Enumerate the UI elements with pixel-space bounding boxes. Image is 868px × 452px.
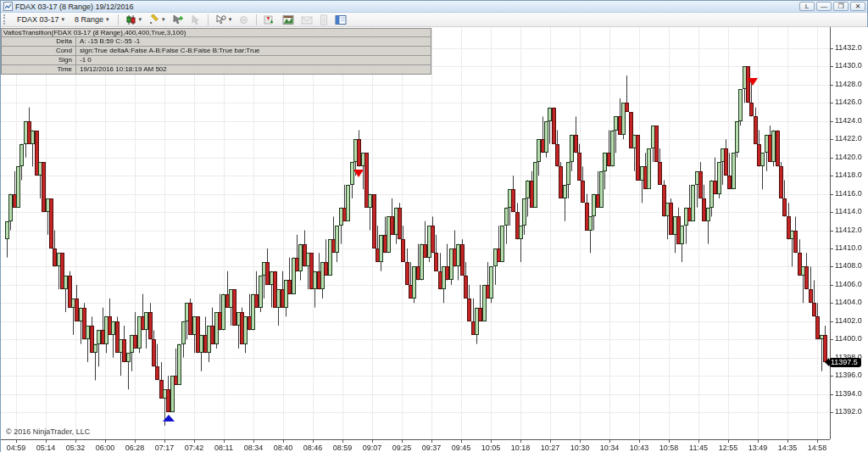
- title-bar[interactable]: FDAX 03-17 (8 Range) 19/12/2016 L — ❐ ✕: [1, 1, 867, 13]
- report-button[interactable]: [317, 13, 331, 27]
- chart-style-button[interactable]: ▾: [123, 13, 145, 27]
- row-value: 19/12/2016 10:18:19 AM 502: [76, 65, 167, 74]
- chart-trader-icon: [335, 14, 347, 25]
- data-box-row: Time 19/12/2016 10:18:19 AM 502: [2, 65, 431, 74]
- instrument-label: FDAX 03-17: [17, 15, 59, 24]
- row-value: -1 0: [76, 56, 92, 64]
- row-label: Cond: [2, 47, 76, 55]
- row-label: Delta: [2, 37, 76, 46]
- copyright-text: © 2016 NinjaTrader, LLC: [6, 427, 90, 436]
- window-title: FDAX 03-17 (8 Range) 19/12/2016: [15, 3, 798, 11]
- chart-window-icon: [3, 2, 13, 11]
- candlestick-icon: [125, 14, 136, 25]
- close-button[interactable]: ✕: [850, 2, 865, 11]
- toolbar-separator: [118, 14, 119, 25]
- chart-trader-button[interactable]: [332, 13, 349, 27]
- instrument-selector[interactable]: FDAX 03-17 ▾: [13, 14, 69, 25]
- toolbar-separator: [256, 14, 257, 25]
- minimize-button[interactable]: —: [816, 2, 832, 11]
- mail-icon: [301, 14, 313, 25]
- pencil-icon: [148, 14, 159, 25]
- cursor-add-button[interactable]: [170, 13, 186, 27]
- link-button[interactable]: L: [799, 2, 815, 11]
- toolbar: FDAX 03-17 ▾ 8 Range ▾ ▾ ▾: [1, 13, 867, 27]
- zoom-cursor-icon: [215, 14, 226, 25]
- pointer-icon: [190, 14, 201, 25]
- data-box-row: Cond sign:True deltaA:False A-B:False C-…: [2, 47, 431, 56]
- data-box-row: Delta A: -15 B:59 C:-55 -1: [2, 37, 431, 47]
- row-value: A: -15 B:59 C:-55 -1: [76, 37, 140, 46]
- chart-area: ValtosTransition(FDAX 03-17 (8 Range),40…: [1, 27, 868, 452]
- last-price-badge: 11397.5: [829, 358, 861, 367]
- data-box-button[interactable]: [261, 13, 278, 27]
- mail-button[interactable]: [298, 13, 315, 27]
- chart-image-icon: [282, 14, 294, 25]
- zoom-out-button[interactable]: [236, 13, 252, 27]
- updown-arrows-icon: [264, 14, 275, 25]
- document-icon: [320, 14, 328, 25]
- row-label: Time: [2, 65, 76, 74]
- chart-window: FDAX 03-17 (8 Range) 19/12/2016 L — ❐ ✕ …: [0, 0, 868, 452]
- chevron-down-icon: ▾: [62, 16, 65, 23]
- toolbar-grip[interactable]: [3, 14, 8, 25]
- restore-button[interactable]: ❐: [833, 2, 849, 11]
- chevron-down-icon: ▾: [162, 16, 165, 23]
- toolbar-separator: [208, 14, 209, 25]
- drawing-tools-button[interactable]: ▾: [146, 13, 168, 27]
- indicator-data-box[interactable]: ValtosTransition(FDAX 03-17 (8 Range),40…: [1, 28, 431, 75]
- pointer-button[interactable]: [187, 13, 203, 27]
- row-label: Sign: [2, 56, 76, 64]
- zoom-out-icon: [238, 14, 249, 25]
- data-box-row: Sign -1 0: [2, 56, 431, 65]
- interval-label: 8 Range: [75, 15, 103, 24]
- chevron-down-icon: ▾: [229, 16, 232, 23]
- cursor-plus-icon: [172, 14, 183, 25]
- zoom-button[interactable]: ▾: [213, 13, 235, 27]
- indicator-name: ValtosTransition(FDAX 03-17 (8 Range),40…: [2, 29, 431, 37]
- row-value: sign:True deltaA:False A-B:False C-B:Fal…: [76, 47, 260, 55]
- snapshot-button[interactable]: [280, 13, 297, 27]
- chevron-down-icon: ▾: [106, 16, 109, 23]
- chart-canvas[interactable]: [1, 27, 868, 452]
- interval-selector[interactable]: 8 Range ▾: [70, 14, 114, 25]
- chevron-down-icon: ▾: [139, 16, 142, 23]
